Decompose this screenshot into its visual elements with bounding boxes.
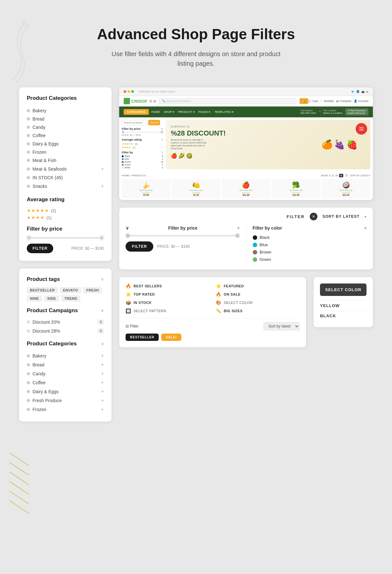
- tag-pill[interactable]: SIDE: [44, 295, 59, 302]
- list-item[interactable]: 🔥 BEST SELLERS: [126, 283, 209, 289]
- list-item[interactable]: Meat & Fish: [27, 156, 104, 165]
- chevron-down-icon[interactable]: ∨: [101, 342, 104, 346]
- chevron-down-icon[interactable]: ∨: [101, 308, 104, 313]
- color-row[interactable]: Green4: [122, 164, 163, 166]
- list-item[interactable]: Dairy & Eggs +: [27, 387, 104, 396]
- nav-templates[interactable]: TEMPLATES ▾: [214, 110, 233, 114]
- chevron-down-icon[interactable]: ∨: [237, 226, 240, 230]
- expand-icon[interactable]: +: [101, 353, 104, 359]
- slider-handle-left[interactable]: [27, 236, 31, 240]
- list-item[interactable]: Fresh Produce +: [27, 396, 104, 405]
- list-item[interactable]: 🥥 IN STOCK (16) ★★★★★ $13.25: [322, 179, 370, 198]
- tag-pill[interactable]: BESTSELLER: [27, 287, 58, 293]
- expand-icon[interactable]: +: [101, 371, 104, 377]
- price-slider[interactable]: [27, 237, 104, 239]
- list-item[interactable]: Frozen: [27, 148, 104, 156]
- nav-shop[interactable]: SHOP ▾: [164, 110, 174, 114]
- select-color-button[interactable]: SELECT COLOR: [320, 283, 367, 296]
- nav-home[interactable]: HOME: [151, 110, 160, 114]
- expand-icon[interactable]: +: [101, 407, 104, 412]
- list-item[interactable]: ⭐ TOP RATED: [126, 292, 209, 297]
- tag-pill[interactable]: NINE: [27, 295, 42, 302]
- nav-pages[interactable]: PAGES ▾: [199, 110, 211, 114]
- expand-icon[interactable]: +: [101, 362, 104, 368]
- list-item[interactable]: 🎨 SELECT COLOR: [216, 300, 300, 305]
- cart-icon[interactable]: 🛒 Cart: [308, 99, 318, 103]
- color-item[interactable]: Black: [253, 235, 367, 240]
- list-item[interactable]: Bread +: [27, 360, 104, 369]
- list-view-icon[interactable]: ☰: [345, 174, 349, 177]
- list-item[interactable]: Frozen +: [27, 405, 104, 414]
- chevron-down-icon[interactable]: ∨: [364, 226, 367, 230]
- list-item[interactable]: Bread: [27, 115, 104, 123]
- list-item[interactable]: Candy +: [27, 369, 104, 378]
- price-slider[interactable]: [126, 235, 240, 236]
- rating-row[interactable]: ★★★★ (1): [122, 146, 163, 149]
- grid-view-icon[interactable]: ⊞: [339, 174, 343, 177]
- location-text[interactable]: Select a Location: [323, 112, 342, 114]
- sort-select[interactable]: Sort by latest: [264, 322, 300, 330]
- color-option-black[interactable]: BLACK: [320, 311, 367, 321]
- slider-handle-right[interactable]: [235, 233, 240, 238]
- badge-sale[interactable]: SALE!: [161, 334, 181, 341]
- mini-search-button[interactable]: Search: [148, 120, 160, 125]
- tag-pill[interactable]: ENVATO: [60, 287, 81, 293]
- list-item[interactable]: 🥦 IN STOCK (45) ★★★★★ $14.99: [272, 179, 320, 198]
- expand-icon[interactable]: +: [101, 166, 104, 172]
- list-item[interactable]: Meat & Seafoods +: [27, 165, 104, 173]
- expand-icon[interactable]: +: [101, 398, 104, 403]
- search-submit-button[interactable]: 🔍: [300, 98, 308, 104]
- slider-handle-right[interactable]: [99, 236, 104, 240]
- mini-price-slider[interactable]: [122, 132, 163, 133]
- list-item[interactable]: Discount 28% 6: [27, 327, 104, 335]
- slider-handle-left[interactable]: [126, 233, 130, 238]
- account-icon[interactable]: 👤 Account: [354, 99, 368, 103]
- wishlist-icon[interactable]: ♡ Wishlist: [320, 99, 334, 103]
- categories-button[interactable]: CATEGORIES: [124, 109, 149, 115]
- list-item[interactable]: 🔥 ON SALE: [216, 292, 300, 297]
- compare-icon[interactable]: ⇄ Compare: [336, 99, 352, 103]
- badge-bestseller[interactable]: BESTSELLER: [126, 334, 159, 341]
- search-placeholder[interactable]: Search for product...: [167, 99, 193, 103]
- list-item[interactable]: Coffee +: [27, 378, 104, 387]
- rating-row[interactable]: ★★★★ (1): [27, 215, 104, 220]
- list-item[interactable]: 📦 IN STOCK: [126, 300, 209, 305]
- rating-row[interactable]: ★★★★★ (2): [27, 208, 104, 213]
- chevron-down-icon[interactable]: ∨: [101, 277, 104, 282]
- color-option-yellow[interactable]: YELLOW: [320, 300, 367, 311]
- nav-product[interactable]: PRODUCT ▾: [178, 110, 195, 114]
- close-button[interactable]: ✕: [310, 213, 317, 220]
- tag-pill[interactable]: FRESH: [83, 287, 102, 293]
- list-item[interactable]: 🔲 SELECT PATTERN: [126, 308, 209, 313]
- expand-icon[interactable]: +: [101, 380, 104, 386]
- list-item[interactable]: 🍎 IN STOCK (45) ★★★★★ $11.85: [222, 179, 271, 198]
- list-item[interactable]: 🍌 IN STOCK (45) ★★★★★ $7.59: [122, 179, 171, 198]
- color-item[interactable]: Green: [253, 257, 367, 262]
- color-item[interactable]: Blue: [253, 242, 367, 247]
- filter-button[interactable]: FILTER: [126, 241, 153, 252]
- slider-handle[interactable]: [161, 131, 163, 133]
- list-item[interactable]: Snacks +: [27, 182, 104, 191]
- color-row[interactable]: Brown16: [122, 161, 163, 163]
- color-row[interactable]: White6: [122, 166, 163, 169]
- list-item[interactable]: 🍋 IN STOCK (16) ★★★★★ $7.25: [172, 179, 221, 198]
- list-item[interactable]: Dairy & Eggs: [27, 140, 104, 148]
- color-row[interactable]: Blue4: [122, 158, 163, 160]
- filter-control[interactable]: ⊟ Filter: [126, 324, 139, 328]
- filter-button[interactable]: FILTER: [27, 244, 53, 253]
- list-item[interactable]: Discount 20% 6: [27, 318, 104, 326]
- grid-icon[interactable]: ⊞: [153, 99, 156, 103]
- list-item[interactable]: Coffee: [27, 131, 104, 140]
- list-item[interactable]: Bakery +: [27, 351, 104, 360]
- chevron-down-icon[interactable]: ▾: [365, 215, 367, 219]
- mini-search-input[interactable]: [122, 120, 147, 125]
- list-item[interactable]: IN STOCK (45): [27, 173, 104, 182]
- discount-box[interactable]: 🏷 Top Promotions Super Discount: [345, 108, 368, 115]
- slider-handle[interactable]: [122, 131, 124, 133]
- hamburger-icon[interactable]: ☰: [149, 99, 152, 103]
- sort-button[interactable]: SORT BY LATEST: [323, 214, 359, 219]
- list-item[interactable]: ⭐ FEATURED: [216, 283, 300, 289]
- list-item[interactable]: 📏 BIG SIZES: [216, 308, 300, 313]
- color-item[interactable]: Brown: [253, 250, 367, 254]
- list-item[interactable]: Candy: [27, 123, 104, 131]
